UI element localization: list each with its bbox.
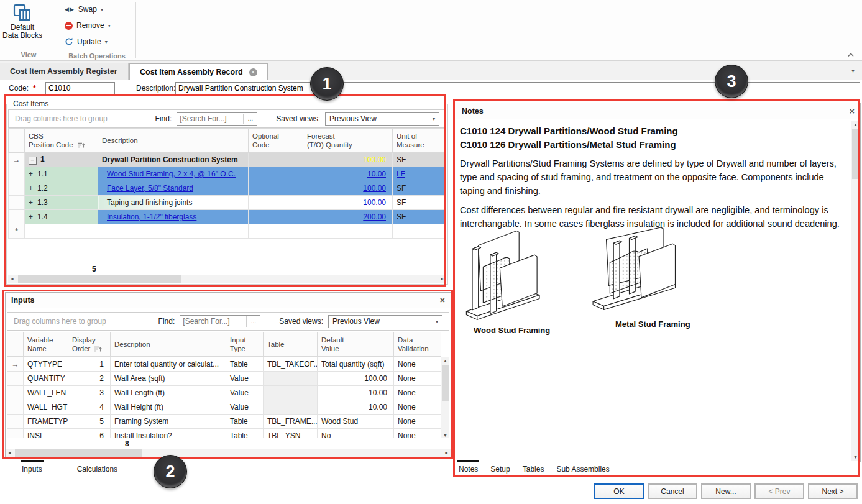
order-cell[interactable]: 3 <box>68 385 111 400</box>
forecast-qty-cell[interactable]: 200.00 <box>303 210 393 224</box>
uom-cell[interactable]: SF <box>393 196 446 210</box>
forecast-qty-link[interactable]: 200.00 <box>363 213 386 221</box>
prev-button[interactable]: < Prev <box>754 483 804 499</box>
cost-items-hscrollbar[interactable]: ◄ ► <box>8 275 446 283</box>
cost-item-link[interactable]: Face Layer, 5/8" Standard <box>107 184 193 193</box>
expand-icon[interactable]: + <box>29 170 37 178</box>
forecast-qty-link[interactable]: 10.00 <box>367 170 386 178</box>
cbs-code-cell[interactable]: +1.2 <box>25 181 98 196</box>
description-cell[interactable]: Insulation, 1-1/2" fiberglass <box>98 210 249 224</box>
tab-close-icon[interactable]: × <box>249 68 257 76</box>
col-table[interactable]: Table <box>264 332 318 356</box>
col-data-validation[interactable]: Data Validation <box>394 332 441 356</box>
col-unit-of-measure[interactable]: Unit of Measure <box>393 129 446 153</box>
group-by-drop-zone[interactable]: Drag columns here to group <box>14 317 106 326</box>
input-type-cell[interactable]: Value <box>226 385 264 400</box>
expand-icon[interactable]: + <box>29 184 37 193</box>
col-optional-code[interactable]: Optional Code <box>249 129 303 153</box>
forecast-qty-link[interactable]: 100.00 <box>363 198 386 207</box>
collapse-icon[interactable]: − <box>29 157 37 165</box>
inputs-close-icon[interactable]: × <box>440 296 445 305</box>
code-input[interactable] <box>45 82 115 94</box>
scroll-up-icon[interactable]: ▲ <box>441 357 449 365</box>
search-options-button[interactable]: ... <box>243 114 257 124</box>
input-type-cell[interactable]: Table <box>226 357 264 371</box>
tab-cost-item-assembly-record[interactable]: Cost Item Assembly Record× <box>129 63 268 80</box>
description-cell[interactable]: Taping and finishing joints <box>98 196 249 210</box>
inputs-search-input[interactable] <box>180 317 246 326</box>
optional-code-cell[interactable] <box>249 196 303 210</box>
uom-link[interactable]: LF <box>397 170 405 178</box>
validation-cell[interactable]: None <box>394 371 441 385</box>
tab-sub-assemblies[interactable]: Sub Assemblies <box>555 460 610 477</box>
cbs-code-cell[interactable]: +1.4 <box>25 210 98 224</box>
description-cell[interactable]: Wall Length (ft) <box>111 385 226 400</box>
scroll-right-icon[interactable]: ► <box>438 275 446 283</box>
description-cell[interactable]: Install Insulation? <box>111 428 226 437</box>
variable-cell[interactable]: WALL_LEN <box>24 385 68 400</box>
validation-cell[interactable]: None <box>394 428 441 437</box>
forecast-qty-cell[interactable]: 10.00 <box>303 167 393 181</box>
group-by-drop-zone[interactable]: Drag columns here to group <box>15 114 108 123</box>
cbs-code-cell[interactable]: +1.3 <box>25 196 98 210</box>
next-button[interactable]: Next > <box>808 483 858 499</box>
description-cell[interactable]: Face Layer, 5/8" Standard <box>98 181 249 196</box>
description-cell[interactable]: Wall Area (sqft) <box>111 371 226 385</box>
cancel-button[interactable]: Cancel <box>648 483 697 499</box>
new-row[interactable]: * <box>9 224 446 239</box>
ok-button[interactable]: OK <box>594 483 644 499</box>
input-type-cell[interactable]: Table <box>226 428 264 437</box>
tab-notes[interactable]: Notes <box>457 460 479 477</box>
optional-code-cell[interactable] <box>249 167 303 181</box>
description-cell[interactable]: Wood Stud Framing, 2 x 4, @ 16" O.C. <box>98 167 249 181</box>
default-value-cell[interactable]: Total quantity (sqft) <box>318 357 394 371</box>
optional-code-cell[interactable] <box>249 181 303 196</box>
order-cell[interactable]: 6 <box>68 428 111 437</box>
tab-calculations[interactable]: Calculations <box>76 460 119 477</box>
default-value-cell[interactable]: 10.00 <box>318 400 394 414</box>
forecast-qty-cell[interactable]: 100.00 <box>303 153 393 167</box>
optional-code-cell[interactable] <box>249 153 303 167</box>
col-input-type[interactable]: Input Type <box>226 332 264 356</box>
variable-cell[interactable]: INSL <box>24 428 68 437</box>
expand-icon[interactable]: + <box>29 213 37 221</box>
default-value-cell[interactable]: No <box>318 428 394 437</box>
forecast-qty-link[interactable]: 100.00 <box>363 184 386 193</box>
hscroll-thumb[interactable] <box>15 449 142 457</box>
variable-cell[interactable]: WALL_HGT <box>24 400 68 414</box>
col-description[interactable]: Description <box>98 129 249 153</box>
order-cell[interactable]: 2 <box>68 371 111 385</box>
variable-cell[interactable]: QTYTYPE <box>24 357 68 371</box>
inputs-vscrollbar[interactable]: ▲ ▼ <box>441 357 449 438</box>
tab-list-dropdown-icon[interactable]: ▾ <box>851 67 855 74</box>
default-value-cell[interactable]: 100.00 <box>318 371 394 385</box>
tab-tables[interactable]: Tables <box>521 460 546 477</box>
swap-button[interactable]: ◀▶ Swap ▾ <box>58 1 135 17</box>
cbs-code-cell[interactable]: +1.1 <box>25 167 98 181</box>
forecast-qty-link[interactable]: 100.00 <box>363 155 386 164</box>
validation-cell[interactable]: None <box>394 400 441 414</box>
remove-button[interactable]: Remove ▾ <box>58 17 135 34</box>
notes-content[interactable]: C1010 124 Drywall Partitions/Wood Stud F… <box>456 119 860 465</box>
ribbon-collapse-chevron-icon[interactable] <box>847 50 857 58</box>
order-cell[interactable]: 1 <box>68 357 111 371</box>
tab-setup[interactable]: Setup <box>489 460 511 477</box>
description-cell[interactable]: Wall Height (ft) <box>111 400 226 414</box>
scroll-down-icon[interactable]: ▼ <box>851 453 860 461</box>
input-type-cell[interactable]: Table <box>226 414 264 428</box>
forecast-qty-cell[interactable]: 100.00 <box>303 196 393 210</box>
col-default-value[interactable]: Default Value <box>318 332 394 356</box>
scroll-down-icon[interactable]: ▼ <box>441 431 449 438</box>
variable-cell[interactable]: FRAMETYPE <box>24 414 68 428</box>
validation-cell[interactable]: None <box>394 414 441 428</box>
cost-item-link[interactable]: Wood Stud Framing, 2 x 4, @ 16" O.C. <box>107 170 236 178</box>
hscroll-thumb[interactable] <box>18 275 181 283</box>
vscroll-thumb[interactable] <box>852 129 859 179</box>
scroll-left-icon[interactable]: ◄ <box>8 275 16 283</box>
tab-inputs[interactable]: Inputs <box>21 460 44 477</box>
inputs-hscrollbar[interactable]: ◄ ► <box>6 449 451 457</box>
description-cell[interactable]: Framing System <box>111 414 226 428</box>
cost-items-saved-views-select[interactable]: Previous View ▾ <box>325 112 439 126</box>
default-value-cell[interactable]: 10.00 <box>318 385 394 400</box>
description-cell[interactable]: Enter total quantity or calculat... <box>111 357 226 371</box>
